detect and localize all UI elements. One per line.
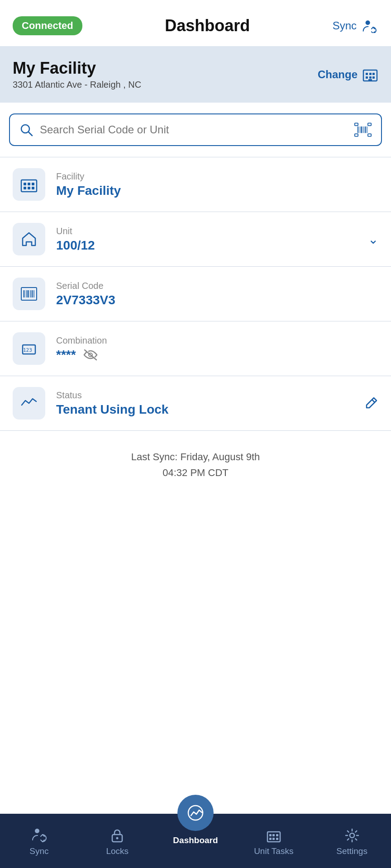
- combination-icon-box: 123: [13, 332, 45, 365]
- combination-icon: 123: [20, 340, 38, 358]
- svg-rect-13: [355, 134, 358, 136]
- status-content: Status Tenant Using Lock: [56, 390, 353, 417]
- header: Connected Dashboard Sync: [0, 0, 391, 46]
- unit-item-label: Unit: [56, 226, 357, 236]
- search-icon: [19, 123, 33, 137]
- svg-rect-6: [369, 76, 372, 79]
- bottom-nav: Sync Locks Dashboard Unit Tasks: [0, 814, 391, 868]
- serial-code-item[interactable]: Serial Code 2V7333V3: [0, 267, 391, 321]
- svg-rect-27: [32, 187, 34, 189]
- svg-point-41: [116, 837, 119, 840]
- svg-rect-22: [24, 183, 26, 185]
- facility-list-icon: [20, 175, 38, 193]
- status-icon-box: [13, 387, 45, 420]
- nav-locks-label: Locks: [106, 846, 129, 856]
- barcode-scanner-icon[interactable]: [354, 122, 372, 138]
- last-sync-line1: Last Sync: Friday, August 9th: [9, 449, 382, 465]
- svg-rect-46: [276, 834, 278, 836]
- nav-settings-label: Settings: [336, 846, 367, 856]
- svg-point-50: [350, 833, 354, 838]
- svg-rect-43: [267, 832, 280, 842]
- svg-rect-49: [276, 838, 278, 840]
- nav-item-locks[interactable]: Locks: [78, 823, 157, 861]
- svg-point-0: [366, 20, 370, 25]
- edit-icon[interactable]: [364, 396, 378, 410]
- change-label: Change: [318, 68, 358, 81]
- combination-item[interactable]: 123 Combination ****: [0, 321, 391, 376]
- building-icon: [362, 66, 378, 83]
- nav-unit-tasks-label: Unit Tasks: [254, 846, 293, 856]
- svg-rect-48: [272, 838, 275, 840]
- nav-dashboard-icon: [186, 803, 205, 823]
- svg-rect-45: [272, 834, 275, 836]
- home-icon: [20, 230, 38, 248]
- svg-rect-44: [269, 834, 272, 836]
- nav-item-settings[interactable]: Settings: [313, 823, 391, 861]
- unit-item-value: 100/12: [56, 238, 357, 253]
- svg-rect-3: [369, 73, 372, 75]
- svg-rect-11: [355, 123, 358, 125]
- status-item[interactable]: Status Tenant Using Lock: [0, 376, 391, 431]
- nav-item-sync[interactable]: Sync: [0, 823, 78, 861]
- facility-item[interactable]: Facility My Facility: [0, 157, 391, 212]
- facility-address: 3301 Atlantic Ave - Raleigh , NC: [13, 80, 141, 90]
- facility-name: My Facility: [13, 59, 141, 78]
- serial-code-value: 2V7333V3: [56, 293, 378, 307]
- eye-slash-icon[interactable]: [83, 349, 98, 361]
- change-facility-button[interactable]: Change: [318, 66, 378, 83]
- svg-rect-14: [368, 134, 371, 136]
- svg-rect-2: [366, 73, 368, 75]
- nav-item-unit-tasks[interactable]: Unit Tasks: [234, 823, 313, 861]
- svg-text:123: 123: [23, 347, 32, 353]
- nav-lock-icon: [109, 827, 125, 844]
- sync-icon: [360, 19, 378, 33]
- svg-rect-25: [24, 187, 26, 189]
- nav-item-dashboard[interactable]: Dashboard: [157, 790, 235, 850]
- facility-banner: My Facility 3301 Atlantic Ave - Raleigh …: [0, 46, 391, 103]
- unit-icon-box: [13, 223, 45, 255]
- svg-rect-4: [372, 73, 375, 75]
- svg-line-38: [372, 400, 375, 402]
- status-icon: [20, 394, 38, 412]
- facility-content: Facility My Facility: [56, 171, 378, 198]
- search-input[interactable]: [40, 123, 348, 136]
- combination-content: Combination ****: [56, 335, 378, 362]
- combination-value: ****: [56, 348, 76, 362]
- serial-code-content: Serial Code 2V7333V3: [56, 281, 378, 307]
- svg-point-39: [35, 829, 39, 833]
- nav-dashboard-label: Dashboard: [173, 835, 218, 845]
- svg-rect-26: [28, 187, 30, 189]
- nav-sync-icon: [31, 827, 47, 844]
- combination-row: ****: [56, 348, 378, 362]
- page-title: Dashboard: [165, 16, 250, 35]
- svg-rect-21: [21, 180, 37, 192]
- svg-line-10: [29, 132, 32, 136]
- status-value: Tenant Using Lock: [56, 402, 353, 417]
- last-sync-line2: 04:32 PM CDT: [9, 465, 382, 481]
- dashboard-center-circle: [177, 795, 214, 831]
- sync-label: Sync: [333, 19, 357, 32]
- serial-code-icon-box: [13, 278, 45, 310]
- unit-content: Unit 100/12: [56, 226, 357, 253]
- svg-rect-5: [366, 76, 368, 79]
- svg-rect-12: [368, 123, 371, 125]
- combination-label: Combination: [56, 335, 378, 346]
- svg-rect-8: [368, 79, 372, 81]
- connected-badge: Connected: [13, 16, 82, 35]
- nav-sync-label: Sync: [29, 846, 48, 856]
- facility-item-value: My Facility: [56, 184, 378, 198]
- svg-rect-47: [269, 838, 272, 840]
- serial-code-label: Serial Code: [56, 281, 378, 291]
- facility-item-label: Facility: [56, 171, 378, 182]
- barcode-icon: [20, 285, 38, 303]
- facility-info: My Facility 3301 Atlantic Ave - Raleigh …: [13, 59, 141, 90]
- sync-button[interactable]: Sync: [333, 19, 378, 33]
- unit-item[interactable]: Unit 100/12 ⌄: [0, 212, 391, 267]
- svg-rect-23: [28, 183, 30, 185]
- search-container: [0, 103, 391, 157]
- status-label: Status: [56, 390, 353, 401]
- nav-settings-icon: [344, 827, 360, 844]
- search-box: [9, 113, 382, 146]
- svg-rect-24: [32, 183, 34, 185]
- nav-unit-tasks-icon: [266, 827, 282, 844]
